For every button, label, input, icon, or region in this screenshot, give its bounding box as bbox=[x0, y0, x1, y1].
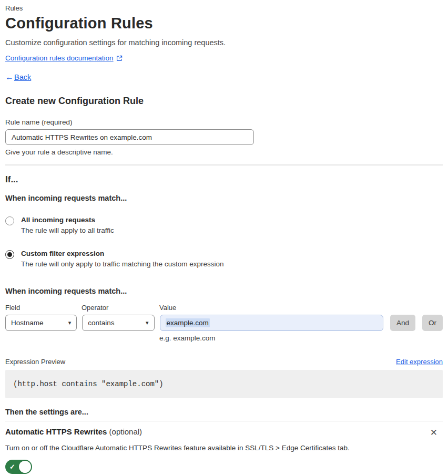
value-input[interactable]: example.com bbox=[160, 315, 383, 331]
field-label: Field bbox=[5, 304, 82, 312]
rule-name-helper: Give your rule a descriptive name. bbox=[5, 148, 443, 156]
operator-select-value: contains bbox=[88, 319, 114, 327]
check-icon: ✓ bbox=[9, 463, 15, 471]
radio-option-description: The rule will only apply to traffic matc… bbox=[21, 260, 223, 268]
radio-selected-icon[interactable] bbox=[5, 250, 14, 259]
close-icon[interactable]: ✕ bbox=[428, 427, 440, 438]
radio-option-label: Custom filter expression bbox=[21, 250, 223, 257]
and-button[interactable]: And bbox=[390, 315, 415, 331]
setting-optional-suffix: (optional) bbox=[107, 427, 142, 436]
section-divider bbox=[5, 164, 443, 165]
radio-option-label: All incoming requests bbox=[21, 216, 114, 224]
field-select[interactable]: Hostname ▾ bbox=[5, 315, 77, 331]
rule-name-input[interactable] bbox=[5, 129, 254, 145]
operator-label: Operator bbox=[82, 304, 159, 312]
setting-card-title: Automatic HTTPS Rewrites (optional) bbox=[5, 427, 142, 436]
create-rule-heading: Create new Configuration Rule bbox=[5, 96, 443, 107]
back-link[interactable]: Back bbox=[14, 73, 31, 81]
then-settings-heading: Then the settings are... bbox=[5, 408, 443, 416]
radio-unselected-icon[interactable] bbox=[5, 216, 14, 225]
page-title: Configuration Rules bbox=[5, 15, 443, 32]
configuration-rules-page: Rules Configuration Rules Customize conf… bbox=[0, 0, 448, 474]
toggle-knob bbox=[19, 461, 31, 473]
operator-select[interactable]: contains ▾ bbox=[82, 315, 154, 331]
value-input-text: example.com bbox=[166, 318, 210, 327]
external-link-icon bbox=[116, 55, 123, 61]
expression-preview-code: (http.host contains "example.com") bbox=[5, 370, 443, 398]
value-label: Value bbox=[159, 304, 384, 312]
setting-name: Automatic HTTPS Rewrites bbox=[5, 427, 107, 436]
radio-option-all-incoming[interactable]: All incoming requests The rule will appl… bbox=[5, 216, 443, 234]
setting-card-description: Turn on or off the Cloudflare Automatic … bbox=[5, 444, 443, 452]
filter-builder-heading: When incoming requests match... bbox=[5, 287, 443, 295]
edit-expression-link[interactable]: Edit expression bbox=[396, 358, 443, 366]
match-type-heading: When incoming requests match... bbox=[5, 194, 443, 202]
or-button[interactable]: Or bbox=[422, 315, 443, 331]
card-divider bbox=[5, 421, 443, 421]
rule-name-label: Rule name (required) bbox=[5, 118, 443, 126]
automatic-https-rewrites-toggle[interactable]: ✓ bbox=[5, 460, 32, 474]
back-arrow-icon: ← bbox=[5, 73, 14, 82]
radio-option-description: The rule will apply to all traffic bbox=[21, 226, 114, 234]
chevron-down-icon: ▾ bbox=[68, 319, 72, 326]
if-heading: If... bbox=[5, 174, 443, 185]
value-helper: e.g. example.com bbox=[159, 334, 443, 342]
field-select-value: Hostname bbox=[11, 319, 44, 327]
breadcrumb: Rules bbox=[5, 4, 443, 12]
page-description: Customize configuration settings for mat… bbox=[5, 38, 443, 47]
documentation-link[interactable]: Configuration rules documentation bbox=[5, 54, 114, 62]
chevron-down-icon: ▾ bbox=[146, 319, 149, 326]
expression-preview-label: Expression Preview bbox=[5, 358, 65, 366]
radio-option-custom-filter[interactable]: Custom filter expression The rule will o… bbox=[5, 250, 443, 268]
